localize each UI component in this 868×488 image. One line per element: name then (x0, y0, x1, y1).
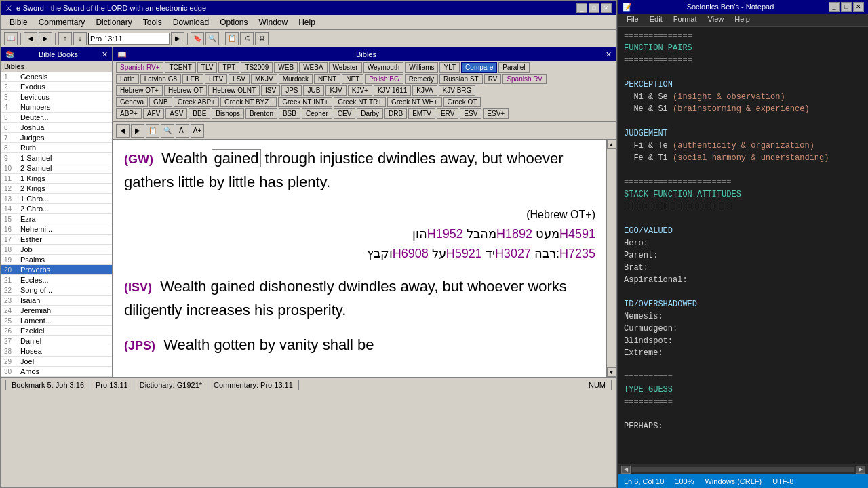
ver-rv[interactable]: RV (484, 74, 502, 84)
ver-weymouth[interactable]: Weymouth (363, 62, 404, 73)
toolbar-btn1[interactable]: ↑ (58, 32, 72, 45)
content-search[interactable]: 🔍 (161, 124, 174, 138)
ver-esv[interactable]: ESV (460, 108, 481, 119)
bible-book-joshua[interactable]: 6Joshua (1, 123, 112, 133)
go-button[interactable]: ▶ (171, 32, 184, 45)
ver-spanish-rv-plus[interactable]: Spanish RV+ (116, 62, 163, 73)
bible-book-1-kings[interactable]: 111 Kings (1, 174, 112, 184)
bible-book-2-samuel[interactable]: 102 Samuel (1, 163, 112, 174)
ver-afv[interactable]: AFV (143, 108, 164, 119)
bible-book-1-chro---[interactable]: 131 Chro... (1, 194, 112, 204)
bible-books-close[interactable]: ✕ (102, 50, 108, 59)
ver-murdock[interactable]: Murdock (279, 74, 313, 84)
ver-kjv-brg[interactable]: KJV-BRG (439, 85, 476, 96)
bible-book-amos[interactable]: 30Amos (1, 367, 112, 377)
bible-book-nehemi---[interactable]: 16Nehemi... (1, 224, 112, 235)
notepad-menu-help[interactable]: Help (729, 14, 755, 26)
ver-greek-nt-int-plus[interactable]: Greek NT INT+ (278, 97, 332, 107)
ver-net[interactable]: NET (342, 74, 363, 84)
ver-litv[interactable]: LITV (205, 74, 227, 84)
ver-greek-ot[interactable]: Greek OT (443, 97, 481, 107)
hscroll-left[interactable]: ◀ (621, 466, 631, 474)
content-back[interactable]: ◀ (116, 124, 130, 138)
notepad-maximize[interactable]: □ (841, 2, 852, 12)
scroll-up[interactable]: ▲ (607, 140, 616, 149)
ver-nent[interactable]: NENT (314, 74, 340, 84)
bible-book-lament---[interactable]: 25Lament... (1, 316, 112, 326)
notepad-hscroll[interactable]: ◀ ▶ (618, 464, 868, 474)
ver-cev[interactable]: CEV (334, 108, 356, 119)
bible-book-proverbs[interactable]: 20Proverbs (1, 265, 112, 275)
bible-book-ruth[interactable]: 8Ruth (1, 143, 112, 153)
menu-options[interactable]: Options (214, 16, 253, 28)
ver-webster[interactable]: Webster (329, 62, 362, 73)
ver-isv[interactable]: ISV (261, 85, 280, 96)
bible-book-daniel[interactable]: 27Daniel (1, 336, 112, 346)
ver-hebrew-ot-plus[interactable]: Hebrew OT+ (116, 85, 163, 96)
ver-greek-abp-plus[interactable]: Greek ABP+ (174, 97, 219, 107)
content-forward[interactable]: ▶ (131, 124, 144, 138)
ver-brenton[interactable]: Brenton (245, 108, 277, 119)
ver-ylt[interactable]: YLT (439, 62, 460, 73)
menu-help[interactable]: Help (293, 16, 321, 28)
ver-geneva[interactable]: Geneva (116, 97, 148, 107)
notepad-menu-file[interactable]: File (621, 14, 644, 26)
bible-book-psalms[interactable]: 19Psalms (1, 255, 112, 265)
books-icon[interactable]: 📖 (4, 32, 18, 45)
bibles-close[interactable]: ✕ (606, 50, 612, 59)
bible-book-judges[interactable]: 7Judges (1, 133, 112, 143)
ver-abp-plus[interactable]: ABP+ (116, 108, 142, 119)
ver-tpt[interactable]: TPT (218, 62, 239, 73)
content-font-dec[interactable]: A- (176, 124, 189, 138)
bible-book-deuter---[interactable]: 5Deuter... (1, 113, 112, 123)
ver-parallel[interactable]: Parallel (498, 62, 529, 73)
ver-kjv-plus[interactable]: KJV+ (348, 85, 372, 96)
ver-darby[interactable]: Darby (357, 108, 383, 119)
ver-asv[interactable]: ASV (165, 108, 187, 119)
ver-bsb[interactable]: BSB (279, 108, 300, 119)
ver-lsv[interactable]: LSV (229, 74, 250, 84)
bible-book-2-kings[interactable]: 122 Kings (1, 184, 112, 194)
bible-book-ezra[interactable]: 15Ezra (1, 214, 112, 224)
ver-williams[interactable]: Williams (405, 62, 438, 73)
menu-commentary[interactable]: Commentary (33, 16, 91, 28)
bible-book-jeremiah[interactable]: 24Jeremiah (1, 306, 112, 316)
ver-bbe[interactable]: BBE (189, 108, 210, 119)
bible-book-esther[interactable]: 17Esther (1, 235, 112, 245)
ver-greek-nt-byz-plus[interactable]: Greek NT BYZ+ (220, 97, 277, 107)
ver-tcent[interactable]: TCENT (165, 62, 195, 73)
close-button[interactable]: ✕ (601, 3, 612, 13)
forward-button[interactable]: ▶ (39, 32, 52, 45)
bible-book-1-samuel[interactable]: 91 Samuel (1, 153, 112, 163)
ver-esv-plus[interactable]: ESV+ (483, 108, 509, 119)
ver-spanish-rv[interactable]: Spanish RV (502, 74, 547, 84)
ver-jub[interactable]: JUB (303, 85, 324, 96)
ver-leb[interactable]: LEB (182, 74, 203, 84)
ver-weba[interactable]: WEBA (299, 62, 327, 73)
ver-cepher[interactable]: Cepher (302, 108, 332, 119)
notepad-menu-format[interactable]: Format (668, 14, 703, 26)
bible-book-isaiah[interactable]: 23Isaiah (1, 296, 112, 306)
ver-jps[interactable]: JPS (281, 85, 302, 96)
menu-dictionary[interactable]: Dictionary (90, 16, 137, 28)
notepad-menu-edit[interactable]: Edit (644, 14, 668, 26)
content-font-inc[interactable]: A+ (191, 124, 204, 138)
bible-book-job[interactable]: 18Job (1, 245, 112, 255)
bible-book-song-of---[interactable]: 22Song of... (1, 285, 112, 296)
scroll-down[interactable]: ▼ (607, 367, 616, 377)
scripture-scrollbar[interactable]: ▲ ▼ (606, 140, 616, 377)
copy-icon[interactable]: 📋 (225, 32, 239, 45)
ver-kjva[interactable]: KJVA (412, 85, 437, 96)
bookmark-icon[interactable]: 🔖 (191, 32, 204, 45)
notepad-close[interactable]: ✕ (853, 2, 864, 12)
hscroll-right[interactable]: ▶ (856, 466, 865, 474)
ver-hebrew-ot[interactable]: Hebrew OT (164, 85, 207, 96)
ver-mkjv[interactable]: MKJV (251, 74, 277, 84)
bible-book-ezekiel[interactable]: 26Ezekiel (1, 326, 112, 336)
ver-gnb[interactable]: GNB (149, 97, 172, 107)
ver-greek-nt-wh-plus[interactable]: Greek NT WH+ (387, 97, 441, 107)
bible-book-exodus[interactable]: 2Exodus (1, 82, 112, 92)
search-icon[interactable]: 🔍 (205, 32, 219, 45)
content-copy[interactable]: 📋 (146, 124, 159, 138)
verse-input[interactable] (88, 33, 170, 45)
